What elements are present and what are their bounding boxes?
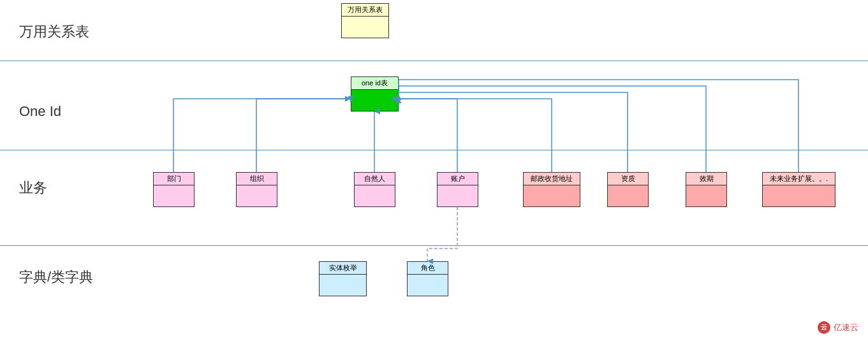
box-wanyong-title: 万用关系表: [342, 4, 388, 17]
section-yewu-label: 业务: [19, 178, 47, 198]
box-bumen: 部门: [153, 172, 195, 207]
box-oneid-body: [351, 90, 398, 111]
box-oneid: one id表: [351, 76, 399, 112]
divider-1: [0, 61, 868, 61]
box-zuzhi-body: [237, 185, 277, 206]
box-xiaoji-body: [686, 185, 726, 206]
box-ziranten-body: [355, 185, 395, 206]
box-youzheng: 邮政收货地址: [523, 172, 580, 207]
watermark-icon: 云: [818, 321, 830, 334]
section-wanyong-label: 万用关系表: [19, 22, 89, 41]
section-oneid-label: One Id: [19, 103, 61, 120]
box-wanyong-body: [342, 17, 388, 38]
box-xiaoji: 效期: [686, 172, 727, 207]
box-oneid-title: one id表: [351, 77, 398, 90]
divider-2: [0, 150, 868, 150]
box-ziranten: 自然人: [354, 172, 395, 207]
divider-3: [0, 245, 868, 246]
box-bumen-title: 部门: [154, 173, 194, 185]
box-zuzhi-title: 组织: [237, 173, 277, 185]
box-youzheng-title: 邮政收货地址: [524, 173, 580, 185]
box-juese-body: [408, 275, 448, 296]
watermark: 云 亿速云: [818, 321, 858, 334]
box-juese: 角色: [407, 261, 448, 296]
box-zuzhi: 组织: [236, 172, 277, 207]
box-shiti-title: 实体枚举: [320, 262, 366, 275]
box-zizhi-title: 资质: [608, 173, 648, 185]
box-shiti-body: [320, 275, 366, 296]
box-weilai-body: [763, 185, 835, 206]
section-zidian-label: 字典/类字典: [19, 268, 93, 287]
box-zhanghu-body: [438, 185, 478, 206]
box-weilai-title: 未来业务扩展。。.: [763, 173, 835, 185]
box-bumen-body: [154, 185, 194, 206]
box-zhanghu-title: 账户: [438, 173, 478, 185]
box-zizhi-body: [608, 185, 648, 206]
box-zizhi: 资质: [607, 172, 649, 207]
box-youzheng-body: [524, 185, 580, 206]
box-xiaoji-title: 效期: [686, 173, 726, 185]
box-wanyong: 万用关系表: [341, 3, 389, 38]
box-juese-title: 角色: [408, 262, 448, 275]
box-weilai: 未来业务扩展。。.: [762, 172, 835, 207]
box-shiti: 实体枚举: [319, 261, 367, 296]
box-zhanghu: 账户: [437, 172, 478, 207]
watermark-text: 亿速云: [834, 322, 858, 333]
box-ziranten-title: 自然人: [355, 173, 395, 185]
